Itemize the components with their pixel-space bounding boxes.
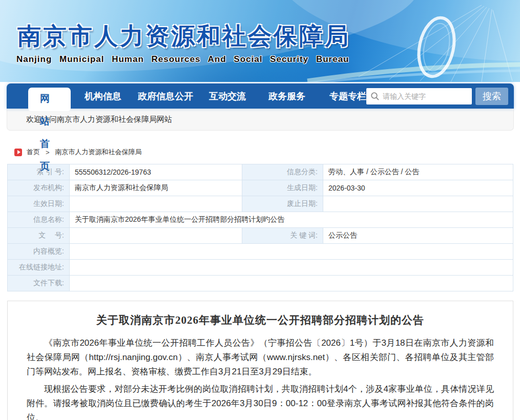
meta-label-file-download: 文件下载: [8, 276, 70, 291]
article-card: 关于取消南京市2026年事业单位统一公开招聘部分招聘计划的公告 《南京市2026… [7, 301, 513, 420]
table-row: 信息名称: 关于取消南京市2026年事业单位统一公开招聘部分招聘计划旳公告 [8, 212, 513, 228]
table-row: 发布机构: 南京市人力资源和社会保障局 生成日期: 2026-03-30 [8, 180, 513, 196]
meta-label-online-link: 在线链接地址: [8, 260, 70, 276]
nav-item-gov-info-disclosure[interactable]: 政府信息公开 [138, 90, 193, 102]
meta-label-effective-date: 生效日期: [8, 196, 70, 212]
nav-item-special-columns[interactable]: 专题专栏 [329, 90, 366, 102]
meta-value-issuing-agency: 南京市人力资源和社会保障局 [70, 180, 242, 196]
search-input[interactable] [366, 88, 472, 104]
meta-value-content-overview [70, 244, 513, 260]
search-icon [370, 92, 380, 101]
meta-label-info-category: 信息分类: [242, 164, 323, 180]
meta-label-index-number: 索 引 号: [8, 164, 70, 180]
table-row: 内容概览: [8, 244, 513, 260]
nav-item-agency-info[interactable]: 机构信息 [85, 90, 121, 102]
table-row: 文件下载: [8, 276, 513, 291]
meta-value-effective-date [70, 196, 242, 212]
meta-label-repeal-date: 废止日期: [242, 196, 323, 212]
article-paragraph-1: 《南京市2026年事业单位统一公开招聘工作人员公告》（宁事招公告〔2026〕1号… [8, 336, 513, 379]
nav-tab-home[interactable]: 网站首页 [28, 88, 71, 111]
breadcrumb: 首页 > 南京市人力资源和社会保障局 [14, 148, 520, 157]
main-navigation: 网站首页 机构信息 政府信息公开 互动交流 政务服务 专题专栏 搜索 [7, 83, 514, 109]
meta-label-content-overview: 内容概览: [8, 244, 70, 260]
table-row: 在线链接地址: [8, 260, 513, 276]
meta-label-keywords: 关 键 词: [242, 228, 323, 244]
page-shell: 网站首页 机构信息 政府信息公开 互动交流 政务服务 专题专栏 搜索 欢迎访问南… [7, 83, 514, 131]
table-row: 索 引 号: 555506312/2026-19763 信息分类: 劳动、人事 … [8, 164, 513, 180]
search-button[interactable]: 搜索 [475, 88, 508, 105]
meta-value-generated-date: 2026-03-30 [323, 180, 513, 196]
meta-label-generated-date: 生成日期: [242, 180, 323, 196]
meta-value-info-name: 关于取消南京市2026年事业单位统一公开招聘部分招聘计划旳公告 [70, 212, 513, 228]
meta-label-info-name: 信息名称: [8, 212, 70, 228]
breadcrumb-home-icon [14, 149, 22, 156]
table-row: 生效日期: 废止日期: [8, 196, 513, 212]
meta-value-file-download [70, 276, 513, 291]
nav-item-interaction[interactable]: 互动交流 [209, 90, 246, 102]
table-row: 文 号: 关 键 词: 公示公告 [8, 228, 513, 244]
meta-label-issuing-agency: 发布机构: [8, 180, 70, 196]
meta-value-index-number: 555506312/2026-19763 [70, 164, 242, 180]
nav-item-gov-services[interactable]: 政务服务 [268, 90, 305, 102]
document-meta-table: 索 引 号: 555506312/2026-19763 信息分类: 劳动、人事 … [7, 164, 513, 291]
breadcrumb-home-link[interactable]: 首页 [27, 148, 40, 157]
meta-value-keywords: 公示公告 [323, 228, 513, 244]
article-paragraph-2: 现根据公告要求，对部分未达开考比例的岗位取消招聘计划，共取消招聘计划4个，涉及4… [8, 382, 513, 420]
search-box: 搜索 [366, 88, 508, 105]
site-title-english: Nanjing Municipal Human Resources And So… [16, 54, 349, 65]
meta-value-repeal-date [323, 196, 513, 212]
meta-value-doc-number [70, 228, 242, 244]
meta-value-info-category: 劳动、人事 / 公示公告 / 公告 [323, 164, 513, 180]
breadcrumb-current: 南京市人力资源和社会保障局 [55, 148, 142, 157]
meta-label-doc-number: 文 号: [8, 228, 70, 244]
meta-value-online-link [70, 260, 513, 276]
site-title-chinese: 南京市人力资源和社会保障局 [17, 20, 350, 52]
header-banner: 南京市人力资源和社会保障局 Nanjing Municipal Human Re… [0, 0, 520, 82]
article-title: 关于取消南京市2026年事业单位统一公开招聘部分招聘计划的公告 [8, 313, 513, 327]
welcome-bar: 欢迎访问南京市人力资源和社会保障局网站 [7, 109, 514, 131]
